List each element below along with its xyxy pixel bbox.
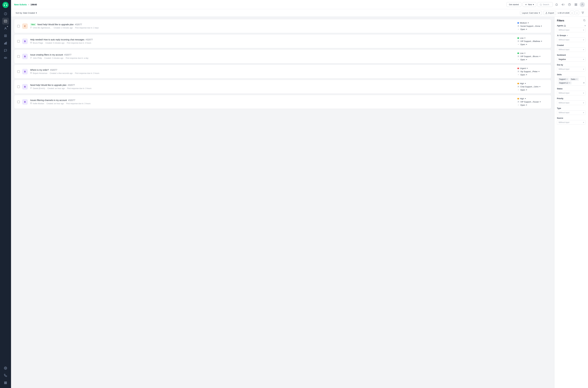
groups-select-wrapper: Without input (557, 37, 586, 42)
ticket-team[interactable]: VIP Support.../Susan ▾ (517, 101, 541, 103)
ticket-card[interactable]: C New Need help! Would like to upgrade p… (14, 19, 551, 33)
ticket-title: Where is my order? (30, 69, 49, 71)
sidebar-item-tickets[interactable] (2, 18, 9, 24)
svg-rect-34 (576, 5, 577, 5)
ticket-checkbox[interactable] (17, 101, 20, 103)
sidebar-item-knowledge[interactable] (2, 32, 9, 39)
user-avatar[interactable] (580, 2, 585, 7)
skill-remove-button[interactable]: ✕ (576, 78, 578, 80)
ticket-card[interactable]: B Issues filtering channels in my accoun… (14, 95, 551, 109)
due-by-select[interactable]: Without input (557, 67, 586, 72)
ticket-created: Created: 2 minutes ago (53, 27, 73, 29)
ticket-checkbox[interactable] (17, 40, 20, 43)
ticket-checkbox[interactable] (17, 55, 20, 58)
svg-rect-17 (6, 382, 7, 382)
filter-toggle-button[interactable] (581, 11, 585, 15)
skill-remove-button[interactable]: ✕ (569, 82, 570, 84)
prev-page-button[interactable]: ‹ (570, 11, 574, 15)
ticket-priority[interactable]: Low ▾ (517, 52, 525, 54)
filter-status: Status Without input (557, 88, 586, 95)
svg-point-49 (519, 86, 519, 87)
ticket-title-row: New Need help! Would like to upgrade pla… (30, 23, 515, 26)
sidebar-bottom (2, 365, 9, 386)
sidebar-item-phone[interactable] (2, 372, 9, 379)
ticket-status[interactable]: Open ▾ (517, 58, 527, 61)
ticket-card[interactable]: B Issue creating filters in my account #… (14, 49, 551, 63)
sidebar-item-campaigns[interactable] (2, 54, 9, 61)
groups-icon (557, 35, 559, 37)
breadcrumb-new-tickets[interactable]: New tickets (14, 3, 27, 6)
ticket-checkbox[interactable] (17, 25, 20, 27)
svg-marker-13 (4, 57, 5, 59)
source-select[interactable]: Without input (557, 120, 586, 125)
ticket-main: New Need help! Would like to upgrade pla… (30, 23, 515, 29)
created-select[interactable]: Without input (557, 47, 586, 52)
ticket-meta: John Philip · Created: 2 minutes ago · F… (30, 57, 515, 59)
ticket-team[interactable]: VIP Support.../Bruno ▾ (517, 55, 540, 57)
svg-rect-33 (575, 5, 576, 5)
ticket-priority[interactable]: High ▾ (517, 82, 526, 85)
app-logo[interactable] (2, 2, 9, 8)
ticket-team[interactable]: Vip Support.../Peter ▾ (517, 70, 539, 73)
sentiment-select[interactable]: Negative (557, 57, 586, 62)
sort-button[interactable]: Sort by: Date Created ▾ (14, 11, 38, 15)
ticket-team[interactable]: Social Support.../Anna ▾ (517, 25, 542, 27)
chevron-down-icon: ▾ (539, 55, 540, 57)
ticket-meta: Kellie Murban · Created: an hour ago · F… (30, 102, 515, 105)
sidebar (0, 0, 11, 388)
status-icon (517, 89, 519, 91)
notifications-icon[interactable] (554, 2, 559, 7)
skill-remove-button[interactable]: ✕ (566, 78, 568, 80)
layout-button[interactable]: Layout: Card view ▾ (520, 11, 542, 15)
help-icon[interactable] (567, 2, 572, 7)
ticket-checkbox[interactable] (17, 70, 20, 73)
ticket-status[interactable]: Open ▾ (517, 28, 527, 30)
filter-agents: Agents ▾ Without input (557, 25, 586, 32)
ticket-priority[interactable]: Low ▾ (517, 37, 525, 39)
ticket-team[interactable]: VIP Support.../Mathew ▾ (517, 40, 542, 42)
grid-icon[interactable] (573, 2, 579, 7)
ticket-priority[interactable]: High ▾ (517, 97, 526, 100)
status-icon (517, 28, 519, 30)
sidebar-item-settings[interactable] (2, 365, 9, 371)
ticket-status[interactable]: Open ▾ (517, 89, 527, 91)
sidebar-item-dashboard[interactable] (2, 10, 9, 17)
status-icon (517, 104, 519, 106)
status-select[interactable]: Without input (557, 91, 586, 95)
sidebar-item-conversations[interactable] (2, 47, 9, 54)
ticket-status[interactable]: Open ▾ (517, 104, 527, 106)
ticket-main: Where is my order? #32077 Bojack Horsema… (30, 69, 515, 74)
ticket-checkbox[interactable] (17, 86, 20, 88)
sidebar-item-reports[interactable] (2, 40, 9, 47)
sidebar-item-apps[interactable] (2, 379, 9, 386)
ticket-status[interactable]: Open ▾ (517, 43, 527, 46)
ticket-card[interactable]: B Where is my order? #32077 Bojack Horse… (14, 65, 551, 78)
ticket-main: Help needed! How to auto reply incoming … (30, 38, 515, 44)
groups-select[interactable]: Without input (557, 37, 586, 42)
next-page-button[interactable]: › (575, 11, 579, 15)
ticket-card[interactable]: B Need help! Would like to upgrade plan … (14, 80, 551, 94)
ticket-card[interactable]: B Help needed! How to auto reply incomin… (14, 34, 551, 48)
agents-select[interactable]: Without input (557, 28, 586, 32)
export-button[interactable]: Export (543, 11, 556, 15)
svg-line-27 (541, 5, 542, 5)
ticket-priority[interactable]: Medium ▾ (517, 22, 529, 24)
ticket-title: Issue creating filters in my account (30, 53, 63, 56)
chevron-down-icon: ▾ (524, 37, 525, 39)
svg-point-51 (518, 101, 518, 102)
get-started-button[interactable]: Get started (506, 2, 521, 7)
megaphone-icon[interactable] (561, 2, 566, 7)
type-select[interactable]: Without input (557, 110, 586, 115)
skill-label: Support L2 (559, 82, 568, 84)
ticket-team[interactable]: Chat Support.../John ▾ (517, 86, 540, 88)
priority-select[interactable]: Without input (557, 100, 586, 105)
filter-search-icon[interactable] (583, 19, 586, 22)
new-button[interactable]: New ▾ (523, 2, 536, 7)
skills-expand-icon[interactable]: ▾ (583, 81, 585, 84)
ticket-title: Help needed! How to auto reply incoming … (30, 38, 84, 41)
ticket-status[interactable]: Open ▾ (517, 73, 527, 76)
ticket-first-response: First response due in: 3 hours (66, 102, 91, 105)
ticket-priority[interactable]: Urgent ▾ (517, 67, 528, 70)
sidebar-item-contacts[interactable] (2, 25, 9, 32)
search-button[interactable]: Search (537, 2, 553, 7)
